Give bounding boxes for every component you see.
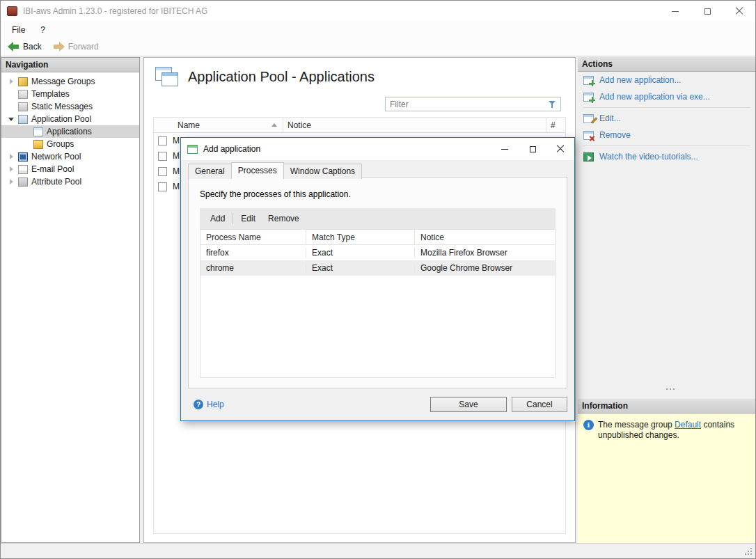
- application-name: M: [167, 166, 180, 176]
- add-application-dialog: Add application General Processes Window…: [180, 137, 575, 421]
- menu-bar: File ?: [1, 22, 755, 38]
- application-pool-icon: [18, 115, 28, 124]
- nav-item-attribute-pool[interactable]: Attribute Pool: [1, 175, 139, 188]
- maximize-button[interactable]: [691, 1, 723, 22]
- minimize-icon: [501, 149, 508, 150]
- tab-general[interactable]: General: [188, 164, 232, 179]
- panel-splitter[interactable]: [578, 388, 755, 393]
- video-tutorials-icon: [583, 152, 594, 162]
- process-edit-button[interactable]: Edit: [235, 214, 262, 223]
- maximize-icon: [530, 146, 536, 152]
- column-notice[interactable]: Notice: [283, 118, 546, 132]
- help-icon: [194, 400, 203, 409]
- chevron-right-icon[interactable]: [6, 154, 17, 159]
- resize-grip[interactable]: [745, 548, 753, 556]
- nav-item-application-pool[interactable]: Application Pool: [1, 113, 139, 125]
- column-notice[interactable]: Notice: [415, 230, 555, 244]
- nav-item-label: E-mail Pool: [31, 164, 74, 174]
- chevron-right-icon[interactable]: [6, 166, 17, 172]
- notice-cell: Google Chrome Browser: [415, 263, 555, 273]
- process-name-cell: chrome: [200, 263, 306, 273]
- processes-toolbar: Add Edit Remove: [200, 208, 556, 229]
- forward-button[interactable]: Forward: [53, 42, 99, 52]
- nav-item-network-pool[interactable]: Network Pool: [1, 150, 139, 163]
- menu-help[interactable]: ?: [40, 25, 45, 35]
- process-add-button[interactable]: Add: [204, 214, 231, 223]
- information-header: Information: [578, 399, 755, 414]
- column-match-type-label: Match Type: [312, 233, 355, 242]
- nav-item-message-groups[interactable]: Message Groups: [1, 75, 139, 88]
- action-remove[interactable]: Remove: [578, 127, 755, 143]
- applications-icon: [33, 127, 43, 136]
- navigation-header: Navigation: [1, 58, 139, 72]
- nav-item-groups[interactable]: Groups: [1, 138, 139, 150]
- application-name: M: [167, 182, 180, 191]
- close-icon: [556, 145, 565, 153]
- actions-header: Actions: [578, 57, 755, 72]
- back-label: Back: [23, 42, 42, 52]
- dialog-title-bar: Add application: [181, 138, 574, 160]
- dialog-maximize-button[interactable]: [519, 138, 546, 160]
- row-checkbox[interactable]: [158, 136, 167, 145]
- add-application-icon: [583, 76, 594, 85]
- tab-window-captions[interactable]: Window Captions: [283, 164, 362, 179]
- action-label: Remove: [599, 130, 631, 140]
- action-add-new-application-via-exe[interactable]: Add new application via exe...: [578, 88, 755, 105]
- process-row-chrome[interactable]: chrome Exact Google Chrome Browser: [200, 260, 555, 276]
- row-checkbox[interactable]: [158, 182, 167, 191]
- info-icon: [583, 420, 594, 430]
- chevron-right-icon[interactable]: [6, 179, 17, 184]
- processes-table-header: Process Name Match Type Notice: [200, 230, 555, 245]
- add-application-exe-icon: [583, 93, 594, 102]
- filter-input[interactable]: [386, 100, 548, 109]
- row-checkbox[interactable]: [158, 152, 167, 161]
- process-remove-button[interactable]: Remove: [262, 214, 306, 223]
- tab-processes[interactable]: Processes: [231, 162, 284, 179]
- nav-item-applications[interactable]: Applications: [1, 125, 139, 138]
- close-button[interactable]: [723, 1, 755, 22]
- process-row-firefox[interactable]: firefox Exact Mozilla Firefox Browser: [200, 245, 555, 260]
- dialog-minimize-button[interactable]: [491, 138, 519, 160]
- dialog-title: Add application: [203, 144, 260, 154]
- help-link[interactable]: Help: [194, 400, 224, 409]
- action-watch-video-tutorials[interactable]: Watch the video-tutorials...: [578, 148, 755, 165]
- column-name[interactable]: Name: [172, 118, 283, 132]
- minimize-button[interactable]: [659, 1, 691, 22]
- action-edit[interactable]: Edit...: [578, 110, 755, 127]
- applications-list-header: Name Notice #: [154, 118, 565, 133]
- info-text-before: The message group: [598, 420, 675, 430]
- chevron-right-icon[interactable]: [6, 79, 17, 84]
- back-arrow-icon: [8, 42, 19, 52]
- default-message-group-link[interactable]: Default: [675, 420, 701, 430]
- filter-funnel-icon[interactable]: [548, 100, 557, 109]
- row-checkbox[interactable]: [158, 167, 167, 176]
- dialog-close-button[interactable]: [546, 138, 574, 160]
- navigation-tree: Message Groups Templates Static Messages…: [1, 72, 139, 188]
- match-type-cell: Exact: [306, 263, 415, 273]
- action-label: Add new application...: [599, 75, 681, 85]
- back-button[interactable]: Back: [8, 42, 42, 52]
- menu-file[interactable]: File: [12, 25, 25, 35]
- dialog-icon: [187, 145, 198, 154]
- nav-item-label: Application Pool: [31, 114, 91, 124]
- chevron-down-icon[interactable]: [6, 118, 17, 121]
- processes-description: Specify the processes of this applicatio…: [200, 189, 351, 199]
- column-process-name[interactable]: Process Name: [200, 230, 306, 244]
- navigation-toolbar: Back Forward: [1, 38, 755, 56]
- action-label: Add new application via exe...: [599, 92, 710, 102]
- dialog-footer: Help Save Cancel: [194, 397, 567, 412]
- nav-item-email-pool[interactable]: E-mail Pool: [1, 163, 139, 175]
- column-match-type[interactable]: Match Type: [306, 230, 415, 244]
- save-button[interactable]: Save: [430, 397, 507, 412]
- nav-item-static-messages[interactable]: Static Messages: [1, 100, 139, 113]
- actions-list: Add new application... Add new applicati…: [578, 72, 755, 165]
- message-groups-icon: [18, 77, 28, 86]
- nav-item-label: Templates: [31, 89, 70, 99]
- groups-icon: [33, 140, 43, 149]
- nav-item-label: Static Messages: [31, 102, 93, 111]
- nav-item-templates[interactable]: Templates: [1, 88, 139, 100]
- help-label: Help: [207, 400, 224, 409]
- column-count[interactable]: #: [546, 118, 565, 132]
- cancel-button[interactable]: Cancel: [512, 397, 567, 412]
- action-add-new-application[interactable]: Add new application...: [578, 72, 755, 88]
